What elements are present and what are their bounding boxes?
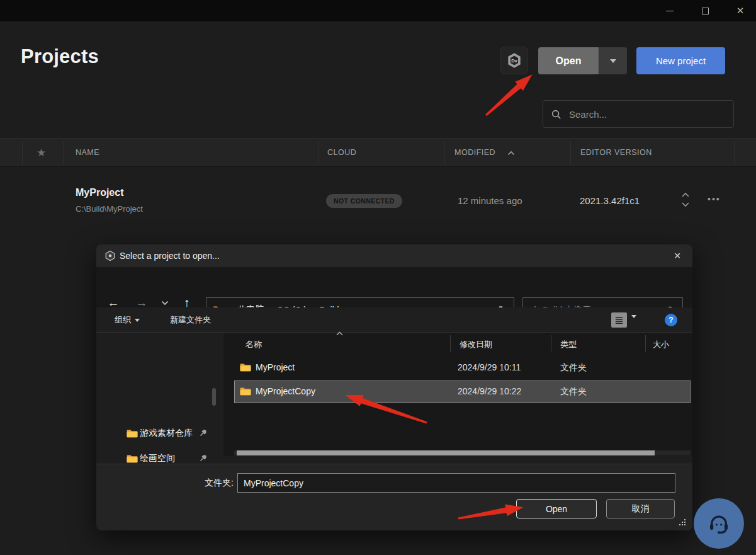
dialog-cancel-label: 取消 — [632, 503, 650, 515]
open-button-label: Open — [556, 55, 582, 67]
headset-agent-icon — [706, 511, 731, 536]
sort-ascending-icon — [336, 331, 343, 336]
help-label: ? — [669, 316, 673, 324]
sort-ascending-icon — [507, 151, 515, 156]
view-mode-dropdown[interactable] — [631, 318, 636, 329]
cloud-status-badge: NOT CONNECTED — [326, 194, 402, 208]
dialog-title: Select a project to open... — [120, 244, 220, 267]
file-name: MyProjectCopy — [256, 386, 315, 396]
sidebar-item-label: 绘画空间 — [140, 453, 198, 464]
new-folder-label: 新建文件夹 — [170, 314, 211, 326]
file-column-size[interactable]: 大小 — [653, 339, 669, 350]
unity-hub-window: ✕ Projects Dv Open New project ★ NAME CL… — [0, 0, 756, 555]
file-column-type[interactable]: 类型 — [560, 339, 577, 350]
new-project-button[interactable]: New project — [636, 47, 725, 74]
project-editor-version: 2021.3.42f1c1 — [580, 195, 640, 206]
organize-button[interactable]: 组织 — [115, 307, 140, 333]
projects-table-header: ★ NAME CLOUD MODIFIED EDITOR VERSION — [0, 138, 756, 167]
organize-label: 组织 — [115, 314, 131, 326]
minimize-icon — [666, 11, 674, 11]
file-type: 文件夹 — [560, 386, 587, 398]
dialog-close-button[interactable]: ✕ — [667, 247, 688, 265]
maximize-icon — [702, 8, 709, 14]
svg-text:Dv: Dv — [511, 58, 517, 64]
column-header-name[interactable]: NAME — [76, 148, 99, 157]
close-icon: ✕ — [674, 251, 681, 261]
dialog-open-label: Open — [546, 504, 567, 514]
new-folder-button[interactable]: 新建文件夹 — [170, 307, 211, 333]
column-header-editor-version[interactable]: EDITOR VERSION — [580, 148, 652, 157]
dialog-titlebar: Select a project to open... ✕ — [96, 244, 692, 267]
pin-icon — [198, 454, 208, 463]
window-titlebar: ✕ — [0, 0, 756, 21]
file-name: MyProject — [256, 362, 295, 372]
file-date: 2024/9/29 10:11 — [458, 362, 521, 372]
help-button[interactable]: ? — [665, 314, 677, 326]
view-mode-button[interactable] — [611, 312, 627, 328]
window-maximize-button[interactable] — [691, 0, 719, 21]
new-project-label: New project — [656, 55, 706, 66]
devops-cube-icon: Dv — [505, 52, 523, 69]
sidebar-item-game-assets[interactable]: 游戏素材仓库 — [96, 422, 223, 445]
annotation-arrow-open-top — [482, 70, 536, 120]
project-modified: 12 minutes ago — [458, 195, 522, 206]
caret-down-icon — [631, 315, 636, 329]
dialog-nav-bar: ← → ↑ › 此电脑 › OS (C:) › Build › ↻ — [96, 267, 692, 307]
dialog-sidebar: 游戏素材仓库 绘画空间 文档空间 仓库空间 Projects — [96, 333, 223, 456]
folder-icon — [126, 429, 138, 438]
column-header-cloud[interactable]: CLOUD — [327, 148, 356, 157]
open-split-button: Open — [538, 47, 627, 74]
close-icon: ✕ — [736, 5, 745, 16]
pin-icon — [198, 428, 208, 438]
window-close-button[interactable]: ✕ — [726, 0, 754, 21]
dialog-cancel-button[interactable]: 取消 — [606, 499, 675, 518]
folder-icon — [126, 454, 138, 464]
sidebar-scrollbar[interactable] — [212, 388, 216, 406]
window-minimize-button[interactable] — [656, 0, 684, 21]
devops-button[interactable]: Dv — [500, 47, 528, 74]
folder-icon — [239, 363, 252, 372]
column-header-modified[interactable]: MODIFIED — [454, 148, 495, 157]
open-button[interactable]: Open — [538, 47, 599, 74]
caret-down-icon — [135, 319, 140, 322]
search-icon — [551, 109, 561, 120]
file-column-name[interactable]: 名称 — [245, 339, 262, 350]
support-chat-button[interactable] — [694, 498, 744, 549]
version-selector-icon[interactable] — [680, 191, 691, 209]
page-title: Projects — [21, 45, 99, 68]
chevron-down-icon — [610, 59, 616, 63]
file-column-date[interactable]: 修改日期 — [460, 339, 492, 350]
projects-search-box — [543, 100, 734, 128]
project-path: C:\Build\MyProject — [76, 204, 143, 214]
resize-grip[interactable] — [684, 524, 685, 525]
folder-name-label: 文件夹: — [177, 473, 234, 493]
list-view-icon — [614, 316, 624, 325]
open-dropdown-button[interactable] — [599, 47, 627, 74]
unity-logo-icon — [104, 250, 116, 261]
dialog-toolbar: 组织 新建文件夹 ? — [96, 307, 692, 333]
folder-name-input[interactable] — [237, 473, 675, 493]
sidebar-item-label: 游戏素材仓库 — [140, 428, 198, 439]
search-input[interactable] — [568, 108, 726, 120]
folder-icon — [239, 387, 252, 396]
horizontal-scrollbar-thumb[interactable] — [237, 450, 655, 455]
select-project-dialog: Select a project to open... ✕ ← → ↑ › 此电… — [96, 244, 692, 530]
project-more-button[interactable]: ••• — [708, 194, 721, 204]
project-name: MyProject — [76, 187, 123, 198]
file-type: 文件夹 — [560, 362, 587, 374]
dialog-open-button[interactable]: Open — [516, 499, 597, 518]
chevron-down-icon — [161, 300, 169, 306]
favorite-star-icon[interactable]: ★ — [37, 146, 46, 159]
file-row-myprojectcopy-selected[interactable]: MyProjectCopy 2024/9/29 10:22 文件夹 — [234, 380, 691, 403]
file-row-myproject[interactable]: MyProject 2024/9/29 10:11 文件夹 — [234, 357, 691, 379]
file-date: 2024/9/29 10:22 — [458, 386, 521, 396]
